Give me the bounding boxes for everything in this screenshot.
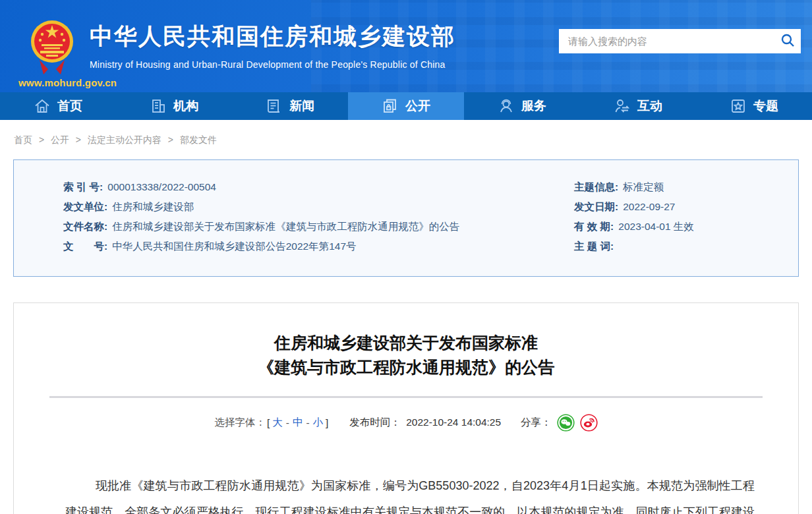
info-row-issue-date: 发文日期:2022-09-27 (574, 197, 798, 217)
nav-item-service[interactable]: 服务 (464, 92, 580, 120)
main-nav: 首页 机构 新闻 公开 (0, 92, 812, 120)
topics-icon (730, 98, 747, 115)
info-value: 住房和城乡建设部 (112, 201, 194, 212)
info-label: 有 效 期: (574, 221, 614, 232)
info-row-index-number: 索 引 号:000013338/2022-00504 (63, 177, 574, 197)
interact-icon (614, 98, 631, 115)
disclosure-icon (382, 98, 399, 115)
nav-label: 首页 (57, 98, 82, 115)
info-row-keywords: 主 题 词: (574, 237, 798, 256)
info-label: 发文日期: (574, 201, 618, 212)
font-size-small-link[interactable]: 小 (313, 416, 324, 430)
document-info-box: 索 引 号:000013338/2022-00504 发文单位:住房和城乡建设部… (13, 159, 799, 277)
info-row-effective-date: 有 效 期:2023-04-01 生效 (574, 217, 798, 237)
font-size-selector: 选择字体： [ 大 - 中 - 小 ] (214, 416, 330, 430)
font-size-medium-link[interactable]: 中 (293, 416, 303, 430)
site-header: www.mohurd.gov.cn 中华人民共和国住房和城乡建设部 Minist… (0, 0, 812, 92)
nav-label: 服务 (521, 98, 546, 115)
info-value: 2022-09-27 (623, 201, 675, 212)
share-bar: 分享： (521, 414, 598, 432)
nav-item-interact[interactable]: 互动 (580, 92, 696, 120)
site-title: 中华人民共和国住房和城乡建设部 (90, 21, 455, 52)
nav-item-org[interactable]: 机构 (116, 92, 232, 120)
nav-label: 新闻 (289, 98, 314, 115)
news-icon (266, 98, 283, 115)
breadcrumb-statutory-content[interactable]: 法定主动公开内容 (88, 134, 161, 145)
breadcrumb-home[interactable]: 首页 (14, 134, 32, 145)
article-title-line2: 《建筑与市政工程防水通用规范》的公告 (45, 355, 767, 380)
nav-label: 机构 (173, 98, 198, 115)
nav-item-disclosure[interactable]: 公开 (348, 92, 464, 120)
info-label: 主 题 词: (574, 241, 614, 252)
nav-label: 互动 (637, 98, 662, 115)
info-value: 中华人民共和国住房和城乡建设部公告2022年第147号 (112, 241, 356, 252)
nav-item-topics[interactable]: 专题 (696, 92, 812, 120)
dash: - (306, 417, 309, 429)
breadcrumb-current-page: 部发文件 (180, 134, 217, 145)
info-row-document-number: 文 号:中华人民共和国住房和城乡建设部公告2022年第147号 (63, 237, 574, 256)
article-container: 住房和城乡建设部关于发布国家标准 《建筑与市政工程防水通用规范》的公告 选择字体… (13, 302, 799, 514)
breadcrumb-separator: > (76, 134, 81, 145)
national-emblem-logo[interactable] (30, 16, 74, 80)
info-row-issuing-unit: 发文单位:住房和城乡建设部 (63, 197, 574, 217)
info-row-topic-info: 主题信息:标准定额 (574, 177, 798, 197)
search-button[interactable] (774, 29, 801, 53)
breadcrumb: 首页 > 公开 > 法定主动公开内容 > 部发文件 (0, 120, 812, 159)
search-box (559, 29, 801, 53)
title-divider (49, 396, 763, 398)
search-icon (780, 32, 796, 50)
info-label: 索 引 号: (63, 181, 103, 192)
nav-label: 专题 (753, 98, 778, 115)
info-value: 标准定额 (623, 181, 664, 192)
building-icon (150, 98, 167, 115)
breadcrumb-disclosure[interactable]: 公开 (51, 134, 69, 145)
dash: - (286, 417, 289, 429)
info-value: 2023-04-01 生效 (618, 221, 694, 232)
info-value: 住房和城乡建设部关于发布国家标准《建筑与市政工程防水通用规范》的公告 (112, 221, 459, 232)
info-label: 文件名称: (63, 221, 107, 232)
font-selector-label: 选择字体： (214, 416, 266, 430)
search-input[interactable] (559, 29, 774, 53)
service-icon (498, 98, 515, 115)
publish-time-label: 发布时间： (349, 416, 401, 428)
info-label: 主题信息: (574, 181, 618, 192)
home-icon (34, 98, 51, 115)
breadcrumb-separator: > (39, 134, 44, 145)
article-meta-bar: 选择字体： [ 大 - 中 - 小 ] 发布时间： 2022-10-24 14:… (45, 414, 767, 432)
weibo-icon[interactable] (580, 414, 598, 432)
bracket-close: ] (326, 417, 328, 429)
info-label: 文 号: (63, 241, 107, 252)
nav-item-news[interactable]: 新闻 (232, 92, 348, 120)
breadcrumb-separator: > (168, 134, 173, 145)
info-label: 发文单位: (63, 201, 107, 212)
article-title-line1: 住房和城乡建设部关于发布国家标准 (45, 331, 767, 355)
bracket-open: [ (267, 417, 270, 429)
font-size-large-link[interactable]: 大 (272, 416, 283, 430)
nav-item-home[interactable]: 首页 (0, 92, 116, 120)
site-subtitle: Ministry of Housing and Urban-Rural Deve… (90, 59, 455, 70)
info-value: 000013338/2022-00504 (107, 181, 216, 192)
article-body-paragraph: 现批准《建筑与市政工程防水通用规范》为国家标准，编号为GB55030-2022，… (65, 472, 755, 514)
article-title: 住房和城乡建设部关于发布国家标准 《建筑与市政工程防水通用规范》的公告 (45, 331, 767, 380)
share-label: 分享： (521, 416, 552, 430)
info-row-document-name: 文件名称:住房和城乡建设部关于发布国家标准《建筑与市政工程防水通用规范》的公告 (63, 217, 574, 237)
publish-time: 发布时间： 2022-10-24 14:04:25 (349, 416, 501, 430)
site-url: www.mohurd.gov.cn (18, 77, 117, 88)
wechat-icon[interactable] (557, 414, 575, 432)
nav-label: 公开 (405, 98, 430, 115)
publish-time-value: 2022-10-24 14:04:25 (406, 416, 501, 428)
